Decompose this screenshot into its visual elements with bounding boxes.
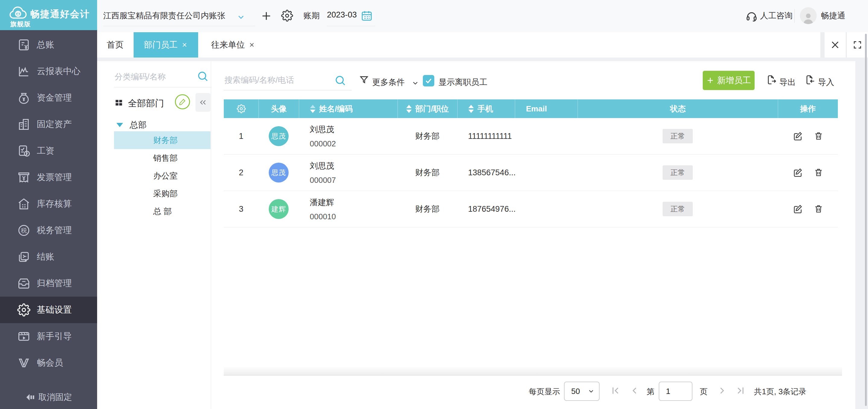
- status-badge: 正常: [662, 129, 693, 143]
- last-page-button[interactable]: [735, 385, 746, 396]
- expand-triangle-icon[interactable]: [116, 123, 123, 127]
- sidebar-item-inventory[interactable]: 库存核算: [0, 191, 97, 217]
- support-link[interactable]: 人工咨询: [760, 10, 793, 21]
- user-name[interactable]: 畅捷通: [821, 10, 845, 21]
- tree-search-icon[interactable]: [197, 70, 209, 82]
- tree-node-finance[interactable]: 财务部: [114, 131, 211, 149]
- unpin-sidebar-button[interactable]: 取消固定: [0, 391, 97, 403]
- edit-departments-button[interactable]: [175, 94, 190, 109]
- close-all-tabs-button[interactable]: [825, 32, 846, 58]
- tree-node-headquarters[interactable]: 总 部: [114, 202, 211, 220]
- sidebar-item-label: 固定资产: [37, 118, 72, 130]
- column-header-name-code[interactable]: 姓名/编码: [299, 99, 398, 118]
- add-account-icon[interactable]: [260, 10, 272, 22]
- tree-node-sales[interactable]: 销售部: [114, 149, 211, 167]
- import-button[interactable]: 导入: [818, 77, 834, 88]
- tab-close-icon[interactable]: [249, 41, 255, 48]
- employee-code: 000007: [310, 176, 336, 185]
- tree-node-label: 总部: [130, 119, 147, 131]
- tab-department-employees[interactable]: 部门员工: [134, 32, 198, 58]
- tabbar-actions: [820, 32, 868, 58]
- show-resigned-checkbox[interactable]: [423, 75, 434, 87]
- collapse-tree-button[interactable]: [195, 93, 211, 112]
- sidebar-item-invoices[interactable]: 发票管理: [0, 164, 97, 191]
- tab-home[interactable]: 首页: [97, 32, 133, 58]
- avatar: 思茂: [269, 126, 289, 146]
- edit-icon[interactable]: [793, 131, 803, 141]
- calendar-icon[interactable]: [361, 10, 373, 22]
- column-header-avatar[interactable]: 头像: [258, 99, 299, 118]
- sidebar-item-member[interactable]: 畅会员: [0, 350, 97, 376]
- vertical-scrollbar[interactable]: [865, 34, 867, 406]
- account-settings-gear-icon[interactable]: [281, 10, 293, 22]
- sidebar-item-settings[interactable]: 基础设置: [0, 297, 97, 323]
- sidebar-item-guide[interactable]: 新手引导: [0, 323, 97, 350]
- sidebar-item-fixed-assets[interactable]: 固定资产: [0, 111, 97, 138]
- more-filters-caret-icon[interactable]: [411, 79, 419, 87]
- user-avatar[interactable]: [800, 7, 817, 24]
- filter-funnel-icon[interactable]: [359, 75, 369, 85]
- table-row[interactable]: 3 建辉 潘建辉000010 财务部 187654976... 正常: [224, 191, 838, 227]
- tab-business-partners[interactable]: 往来单位: [198, 32, 268, 58]
- table-row[interactable]: 2 思茂 刘思茂000007 财务部 138567546... 正常: [224, 155, 838, 191]
- sidebar-item-tax[interactable]: 税 税务管理: [0, 217, 97, 244]
- headset-icon[interactable]: [746, 10, 757, 22]
- row-index: 2: [224, 168, 258, 177]
- sidebar-item-general-ledger[interactable]: 总账: [0, 32, 97, 58]
- sort-icons[interactable]: [406, 105, 412, 113]
- tree-node-parent[interactable]: 总部: [114, 117, 147, 133]
- employee-name: 刘思茂: [310, 161, 334, 171]
- employee-department: 财务部: [398, 131, 457, 142]
- add-employee-button[interactable]: 新增员工: [703, 71, 754, 90]
- sidebar-item-label: 资金管理: [37, 92, 72, 104]
- delete-icon[interactable]: [814, 167, 824, 178]
- departments-grid-icon: [114, 98, 124, 107]
- import-icon[interactable]: [805, 74, 815, 85]
- period-value[interactable]: 2023-03: [327, 10, 357, 20]
- show-resigned-label[interactable]: 显示离职员工: [438, 77, 487, 88]
- sidebar-item-archive[interactable]: 归档管理: [0, 270, 97, 297]
- delete-icon[interactable]: [814, 204, 824, 214]
- sidebar-item-cloud-reports[interactable]: 云报表中心: [0, 58, 97, 84]
- edit-icon[interactable]: [793, 204, 803, 214]
- edit-icon[interactable]: [793, 167, 803, 178]
- column-header-phone[interactable]: 手机: [457, 99, 515, 118]
- first-page-button[interactable]: [610, 385, 621, 396]
- export-button[interactable]: 导出: [779, 77, 796, 88]
- tree-root-label[interactable]: 全部部门: [128, 97, 164, 110]
- company-selector[interactable]: 江西服宝精品有限责任公司内账张: [103, 10, 225, 21]
- more-filters-button[interactable]: 更多条件: [372, 77, 405, 88]
- export-icon[interactable]: [766, 74, 777, 85]
- column-settings-gear-icon[interactable]: [224, 99, 258, 118]
- delete-icon[interactable]: [814, 131, 824, 141]
- company-caret-icon[interactable]: [237, 13, 246, 22]
- sort-icons[interactable]: [468, 105, 474, 113]
- tree-node-label: 销售部: [153, 153, 178, 164]
- archive-icon: [17, 276, 31, 290]
- add-employee-label: 新增员工: [717, 75, 751, 86]
- prev-page-button[interactable]: [629, 385, 640, 396]
- employee-search-input[interactable]: [224, 70, 352, 90]
- sidebar-item-closing[interactable]: 结账: [0, 244, 97, 270]
- tax-icon: 税: [17, 224, 31, 237]
- tab-close-icon[interactable]: [181, 41, 188, 48]
- page-number-input[interactable]: [659, 382, 692, 401]
- sidebar-item-label: 归档管理: [37, 277, 72, 289]
- tree-node-purchasing[interactable]: 采购部: [114, 184, 211, 202]
- column-header-department[interactable]: 部门/职位: [398, 99, 457, 118]
- table-row[interactable]: 1 思茂 刘思茂000002 财务部 11111111111 正常: [224, 118, 838, 155]
- sidebar-item-payroll[interactable]: 工资: [0, 138, 97, 164]
- money-bag-icon: [17, 91, 31, 105]
- tree-node-office[interactable]: 办公室: [114, 167, 211, 184]
- column-header-status[interactable]: 状态: [578, 99, 778, 118]
- column-header-email[interactable]: Email: [515, 99, 578, 118]
- employee-search-icon[interactable]: [334, 74, 346, 87]
- next-page-button[interactable]: [717, 385, 727, 396]
- employee-department: 财务部: [398, 204, 457, 214]
- sidebar-item-label: 新手引导: [37, 330, 72, 342]
- building-icon: [17, 117, 31, 131]
- footer-divider: [224, 375, 842, 376]
- sort-icons[interactable]: [310, 105, 315, 113]
- per-page-select[interactable]: 50: [564, 382, 599, 401]
- sidebar-item-funds[interactable]: 资金管理: [0, 84, 97, 111]
